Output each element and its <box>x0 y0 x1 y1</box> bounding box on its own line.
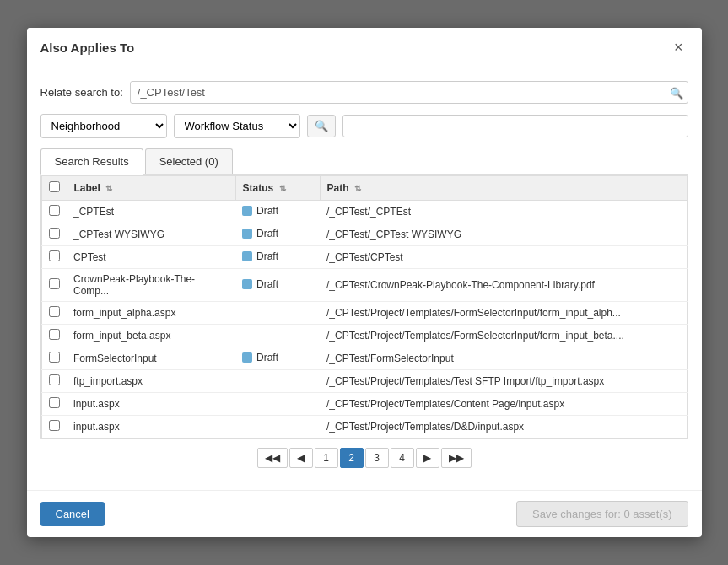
table-row: ftp_import.aspx/_CPTest/Project/Template… <box>41 370 687 393</box>
workflow-status-select[interactable]: Workflow Status <box>174 114 300 138</box>
col-header-status[interactable]: Status ⇅ <box>235 176 320 201</box>
tab-selected[interactable]: Selected (0) <box>145 148 233 174</box>
relate-search-input[interactable] <box>130 81 688 104</box>
status-label: Draft <box>256 250 278 262</box>
row-label-cell: form_input_alpha.aspx <box>67 302 235 325</box>
row-checkbox[interactable] <box>49 420 60 431</box>
row-label-cell: input.aspx <box>67 416 235 439</box>
row-checkbox[interactable] <box>49 205 60 216</box>
pagination: ◀◀ ◀ 1 2 3 4 ▶ ▶▶ <box>40 439 688 476</box>
row-check-cell <box>41 269 67 302</box>
row-path-cell: /_CPTest/CrownPeak-Playbook-The-Componen… <box>320 269 687 302</box>
table-body: _CPTEstDraft/_CPTest/_CPTEst_CPTest WYSI… <box>41 201 687 439</box>
row-path-cell: /_CPTest/FormSelectorInput <box>320 347 687 370</box>
cancel-button[interactable]: Cancel <box>40 502 105 526</box>
row-path-cell: /_CPTest/Project/Templates/Test SFTP Imp… <box>320 370 687 393</box>
row-check-cell <box>41 393 67 416</box>
page-last-button[interactable]: ▶▶ <box>441 448 472 468</box>
row-check-cell <box>41 347 67 370</box>
row-status-cell: Draft <box>235 269 320 302</box>
relate-search-icon: 🔍 <box>670 86 683 99</box>
row-status-cell: Draft <box>235 347 320 370</box>
status-dot <box>242 352 252 363</box>
table-row: FormSelectorInputDraft/_CPTest/FormSelec… <box>41 347 687 370</box>
col-header-label[interactable]: Label ⇅ <box>67 176 235 201</box>
modal-title: Also Applies To <box>40 40 135 55</box>
row-path-cell: /_CPTest/CPTest <box>320 246 687 269</box>
row-check-cell <box>41 325 67 347</box>
row-status-cell <box>235 416 320 439</box>
row-checkbox[interactable] <box>49 306 60 317</box>
table-row: input.aspx/_CPTest/Project/Templates/Con… <box>41 393 687 416</box>
row-label-cell: input.aspx <box>67 393 235 416</box>
tabs-row: Search Results Selected (0) <box>40 148 688 175</box>
row-checkbox[interactable] <box>49 329 60 340</box>
row-label-cell: _CPTest WYSIWYG <box>67 223 235 246</box>
row-path-cell: /_CPTest/Project/Templates/D&D/input.asp… <box>320 416 687 439</box>
status-dot <box>242 251 252 261</box>
table-row: CPTestDraft/_CPTest/CPTest <box>41 246 687 269</box>
page-4-button[interactable]: 4 <box>391 448 414 468</box>
row-status-cell: Draft <box>235 201 320 223</box>
status-label: Draft <box>256 205 278 217</box>
filter-search-input[interactable] <box>342 115 688 137</box>
table-header-row: Label ⇅ Status ⇅ Path ⇅ <box>41 176 687 201</box>
row-checkbox[interactable] <box>49 250 60 261</box>
close-button[interactable]: × <box>669 38 688 56</box>
row-path-cell: /_CPTest/_CPTest WYSIWYG <box>320 223 687 246</box>
row-status-cell <box>235 325 320 347</box>
row-checkbox[interactable] <box>49 228 60 239</box>
status-badge: Draft <box>242 228 278 239</box>
row-check-cell <box>41 416 67 439</box>
relate-label: Relate search to: <box>40 86 123 99</box>
status-label: Draft <box>256 278 278 290</box>
status-dot <box>242 206 252 216</box>
modal-header: Also Applies To × <box>27 28 702 67</box>
table-row: _CPTest WYSIWYGDraft/_CPTest/_CPTest WYS… <box>41 223 687 246</box>
row-label-cell: FormSelectorInput <box>67 347 235 370</box>
modal-dialog: Also Applies To × Relate search to: 🔍 Ne… <box>27 28 702 537</box>
table-row: input.aspx/_CPTest/Project/Templates/D&D… <box>41 416 687 439</box>
row-checkbox[interactable] <box>49 397 60 408</box>
page-2-button[interactable]: 2 <box>340 448 364 468</box>
col-header-check <box>41 176 67 201</box>
col-header-path[interactable]: Path ⇅ <box>320 176 687 201</box>
results-table: Label ⇅ Status ⇅ Path ⇅ <box>41 175 688 439</box>
page-next-button[interactable]: ▶ <box>416 448 439 468</box>
status-badge: Draft <box>242 250 278 262</box>
page-prev-button[interactable]: ◀ <box>289 448 313 468</box>
filter-search-button[interactable]: 🔍 <box>307 115 336 137</box>
modal-footer: Cancel Save changes for: 0 asset(s) <box>27 490 702 537</box>
page-3-button[interactable]: 3 <box>365 448 389 468</box>
page-first-button[interactable]: ◀◀ <box>257 448 288 468</box>
table-row: CrownPeak-Playbook-The-Comp...Draft/_CPT… <box>41 269 687 302</box>
row-status-cell <box>235 370 320 393</box>
row-status-cell: Draft <box>235 223 320 246</box>
row-checkbox[interactable] <box>49 278 60 289</box>
row-check-cell <box>41 302 67 325</box>
status-sort-icon: ⇅ <box>279 184 286 193</box>
path-sort-icon: ⇅ <box>354 184 361 193</box>
table-row: form_input_alpha.aspx/_CPTest/Project/Te… <box>41 302 687 325</box>
neighborhood-select[interactable]: Neighborhood <box>40 114 167 138</box>
relate-input-wrap: 🔍 <box>130 81 688 104</box>
save-button: Save changes for: 0 asset(s) <box>516 501 688 527</box>
relate-search-row: Relate search to: 🔍 <box>40 81 688 104</box>
status-badge: Draft <box>242 278 278 290</box>
filter-row: Neighborhood Workflow Status 🔍 <box>40 114 688 138</box>
row-label-cell: form_input_beta.aspx <box>67 325 235 347</box>
page-1-button[interactable]: 1 <box>315 448 338 468</box>
row-path-cell: /_CPTest/Project/Templates/Content Page/… <box>320 393 687 416</box>
label-sort-icon: ⇅ <box>105 184 112 193</box>
results-table-wrap: Label ⇅ Status ⇅ Path ⇅ <box>40 175 688 439</box>
table-row: _CPTEstDraft/_CPTest/_CPTEst <box>41 201 687 223</box>
status-label: Draft <box>256 228 278 239</box>
row-checkbox[interactable] <box>49 352 60 363</box>
select-all-checkbox[interactable] <box>49 181 60 192</box>
row-path-cell: /_CPTest/Project/Templates/FormSelectorI… <box>320 302 687 325</box>
modal-overlay: Also Applies To × Relate search to: 🔍 Ne… <box>0 0 728 565</box>
row-checkbox[interactable] <box>49 374 60 385</box>
row-label-cell: _CPTEst <box>67 201 235 223</box>
status-dot <box>242 279 252 289</box>
tab-search-results[interactable]: Search Results <box>40 148 143 175</box>
